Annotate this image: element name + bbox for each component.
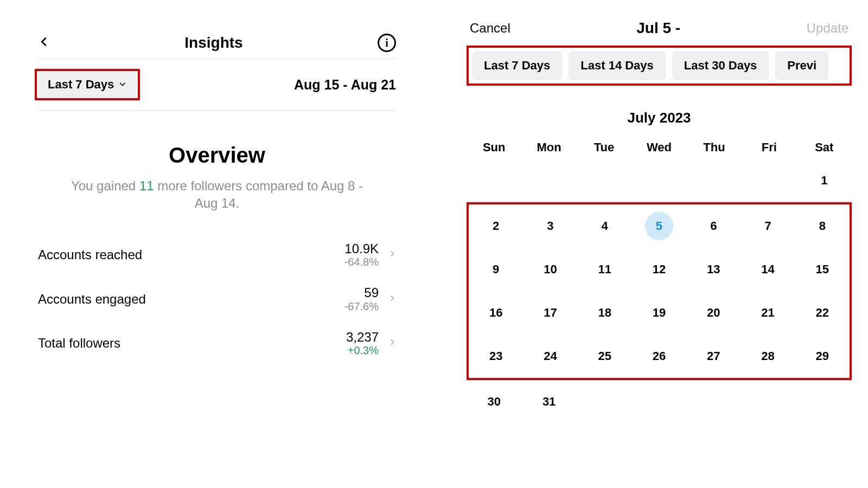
metric-delta: -67.6% bbox=[344, 300, 379, 313]
calendar-day[interactable]: 25 bbox=[578, 335, 632, 378]
calendar-week: 9101112131415 bbox=[467, 248, 852, 291]
chevron-down-icon bbox=[118, 78, 127, 92]
calendar-day[interactable]: 17 bbox=[523, 291, 577, 335]
metric-label: Total followers bbox=[38, 336, 120, 351]
calendar-day[interactable]: 13 bbox=[686, 248, 741, 291]
calendar-day[interactable]: 19 bbox=[632, 291, 686, 335]
calendar-empty bbox=[797, 380, 852, 423]
calendar-day[interactable]: 31 bbox=[521, 380, 576, 423]
calendar-day[interactable]: 1 bbox=[797, 159, 852, 202]
metric-row[interactable]: Total followers 3,237 +0.3% bbox=[38, 323, 396, 367]
overview-subtitle: You gained 11 more followers compared to… bbox=[71, 177, 363, 213]
chevron-right-icon bbox=[388, 337, 396, 350]
calendar-day[interactable]: 26 bbox=[632, 335, 686, 378]
month-title: July 2023 bbox=[467, 110, 852, 126]
insights-panel: Insights i Last 7 Days Aug 15 - Aug 21 O… bbox=[0, 0, 434, 488]
calendar-day[interactable]: 3 bbox=[523, 204, 577, 248]
preset-range-pill[interactable]: Last 14 Days bbox=[569, 51, 666, 80]
chevron-right-icon bbox=[388, 248, 396, 261]
calendar-empty bbox=[687, 380, 742, 423]
dow-label: Wed bbox=[631, 134, 686, 159]
datepicker-header: Cancel Jul 5 - Update bbox=[467, 0, 852, 43]
page-title: Insights bbox=[184, 34, 242, 52]
range-highlight: Last 7 Days bbox=[35, 69, 140, 100]
calendar-week: 2345678 bbox=[467, 202, 852, 248]
calendar-week: 1 bbox=[467, 159, 852, 202]
calendar-day[interactable]: 16 bbox=[469, 291, 523, 335]
info-icon[interactable]: i bbox=[378, 34, 396, 52]
dow-label: Sun bbox=[467, 134, 521, 159]
preset-range-pill[interactable]: Last 30 Days bbox=[672, 51, 769, 80]
calendar-empty bbox=[577, 159, 631, 202]
metric-label: Accounts reached bbox=[38, 247, 142, 262]
calendar-day[interactable]: 29 bbox=[795, 335, 850, 378]
range-row: Last 7 Days Aug 15 - Aug 21 bbox=[38, 59, 396, 111]
calendar-empty bbox=[521, 159, 576, 202]
calendar-day[interactable]: 8 bbox=[795, 204, 850, 248]
calendar-day[interactable]: 11 bbox=[578, 248, 632, 291]
metric-delta: -64.8% bbox=[344, 256, 379, 268]
calendar-day[interactable]: 23 bbox=[469, 335, 523, 378]
calendar-empty bbox=[467, 159, 521, 202]
calendar-day[interactable]: 10 bbox=[523, 248, 577, 291]
calendar-day[interactable]: 4 bbox=[578, 204, 632, 248]
calendar-empty bbox=[742, 380, 796, 423]
back-icon[interactable] bbox=[38, 36, 50, 50]
calendar-day[interactable]: 28 bbox=[741, 335, 795, 378]
metric-delta: +0.3% bbox=[346, 344, 379, 357]
date-range-label: Last 7 Days bbox=[48, 78, 114, 92]
insights-topbar: Insights i bbox=[38, 25, 396, 59]
metric-value: 10.9K bbox=[344, 242, 379, 256]
calendar-week: 23242526272829 bbox=[467, 335, 852, 380]
calendar-day[interactable]: 24 bbox=[523, 335, 577, 378]
update-button[interactable]: Update bbox=[807, 21, 848, 36]
overview-title: Overview bbox=[38, 143, 396, 168]
calendar-day[interactable]: 6 bbox=[686, 204, 741, 248]
calendar-day[interactable]: 9 bbox=[469, 248, 523, 291]
calendar-day[interactable]: 21 bbox=[741, 291, 795, 335]
metric-row[interactable]: Accounts engaged 59 -67.6% bbox=[38, 278, 396, 322]
calendar-day[interactable]: 5 bbox=[632, 204, 686, 248]
datepicker-panel: Cancel Jul 5 - Update Last 7 DaysLast 14… bbox=[434, 0, 868, 488]
preset-range-pill[interactable]: Previ bbox=[775, 51, 828, 80]
dow-label: Tue bbox=[577, 134, 631, 159]
calendar-empty bbox=[742, 159, 796, 202]
calendar-week: 3031 bbox=[467, 380, 852, 423]
calendar-day[interactable]: 20 bbox=[686, 291, 741, 335]
date-range-button[interactable]: Last 7 Days bbox=[38, 72, 137, 97]
calendar-grid: 1234567891011121314151617181920212223242… bbox=[467, 159, 852, 423]
dow-label: Mon bbox=[521, 134, 576, 159]
calendar-day[interactable]: 12 bbox=[632, 248, 686, 291]
calendar-empty bbox=[577, 380, 631, 423]
calendar-day[interactable]: 7 bbox=[741, 204, 795, 248]
metric-value: 59 bbox=[344, 286, 379, 300]
calendar-empty bbox=[687, 159, 742, 202]
calendar-empty bbox=[631, 159, 686, 202]
dow-label: Sat bbox=[797, 134, 852, 159]
calendar-day[interactable]: 30 bbox=[467, 380, 521, 423]
calendar-day[interactable]: 18 bbox=[578, 291, 632, 335]
metric-value: 3,237 bbox=[346, 330, 379, 344]
calendar-empty bbox=[631, 380, 686, 423]
selected-date-range: Aug 15 - Aug 21 bbox=[294, 77, 396, 93]
cancel-button[interactable]: Cancel bbox=[470, 21, 510, 36]
metrics-list: Accounts reached 10.9K -64.8% Accounts e… bbox=[38, 234, 396, 367]
calendar-day[interactable]: 14 bbox=[741, 248, 795, 291]
dow-label: Fri bbox=[742, 134, 796, 159]
dow-label: Thu bbox=[687, 134, 742, 159]
calendar-day[interactable]: 2 bbox=[469, 204, 523, 248]
selected-range-title: Jul 5 - bbox=[636, 20, 680, 37]
calendar-day[interactable]: 27 bbox=[686, 335, 741, 378]
metric-label: Accounts engaged bbox=[38, 292, 146, 307]
metric-row[interactable]: Accounts reached 10.9K -64.8% bbox=[38, 234, 396, 278]
chevron-right-icon bbox=[388, 293, 396, 306]
preset-range-row[interactable]: Last 7 DaysLast 14 DaysLast 30 DaysPrevi bbox=[467, 46, 852, 86]
calendar-day[interactable]: 15 bbox=[795, 248, 850, 291]
calendar-week: 16171819202122 bbox=[467, 291, 852, 335]
day-of-week-header: SunMonTueWedThuFriSat bbox=[467, 134, 852, 159]
preset-range-pill[interactable]: Last 7 Days bbox=[472, 51, 562, 80]
calendar-day[interactable]: 22 bbox=[795, 291, 850, 335]
